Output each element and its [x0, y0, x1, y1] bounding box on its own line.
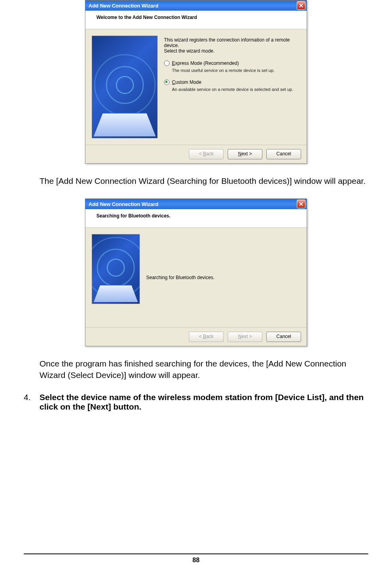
button-bar: < Back Next > Cancel [85, 327, 307, 346]
page-footer: 88 [24, 553, 368, 564]
wizard-illustration [92, 234, 140, 304]
radio-custom-mode[interactable]: Custom Mode [164, 79, 300, 85]
radio-icon [164, 60, 170, 66]
title-bar: Add New Connection Wizard [85, 199, 307, 209]
back-button[interactable]: < Back [189, 149, 224, 159]
cancel-button[interactable]: Cancel [266, 332, 301, 342]
close-icon[interactable] [297, 200, 305, 208]
dialog-searching-bluetooth: Add New Connection Wizard Searching for … [85, 198, 307, 346]
close-icon[interactable] [297, 1, 305, 10]
wizard-heading: Welcome to the Add New Connection Wizard [85, 11, 307, 29]
radio-label: Express Mode (Recommended) [172, 60, 239, 66]
radio-express-mode[interactable]: Express Mode (Recommended) [164, 60, 300, 66]
step-number: 4. [24, 393, 40, 412]
button-bar: < Back Next > Cancel [85, 145, 307, 163]
back-button[interactable]: < Back [189, 332, 224, 342]
radio-icon [164, 79, 170, 85]
radio-label: Custom Mode [172, 79, 202, 85]
next-button[interactable]: Next > [228, 149, 262, 159]
wizard-heading: Searching for Bluetooth devices. [85, 209, 307, 228]
title-bar: Add New Connection Wizard [85, 0, 307, 11]
step-text: Select the device name of the wireless m… [40, 393, 368, 412]
document-paragraph: The [Add New Connection Wizard (Searchin… [40, 176, 368, 187]
cancel-button[interactable]: Cancel [266, 149, 301, 159]
document-step: 4. Select the device name of the wireles… [24, 393, 368, 412]
window-title: Add New Connection Wizard [89, 201, 297, 207]
wizard-illustration [92, 36, 158, 138]
dialog-add-new-connection-welcome: Add New Connection Wizard Welcome to the… [85, 0, 307, 164]
next-button[interactable]: Next > [228, 332, 262, 342]
page-number: 88 [192, 557, 200, 563]
window-title: Add New Connection Wizard [89, 3, 297, 9]
radio-description: An available service on a remote device … [172, 87, 300, 92]
radio-description: The most useful service on a remote devi… [172, 68, 300, 73]
status-message: Searching for Bluetooth devices. [146, 234, 300, 321]
intro-text: This wizard registers the connection inf… [164, 37, 300, 54]
document-paragraph: Once the program has finished searching … [40, 358, 368, 381]
